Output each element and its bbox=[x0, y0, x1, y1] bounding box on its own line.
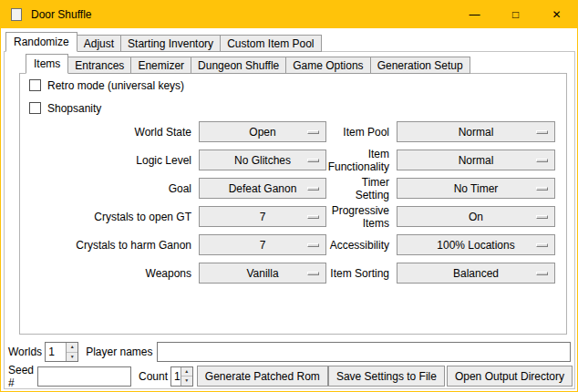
tab-adjust[interactable]: Adjust bbox=[77, 35, 121, 52]
dropdown-indicator-icon bbox=[307, 187, 319, 191]
shopsanity-row: Shopsanity bbox=[29, 101, 101, 115]
weapons-dropdown[interactable]: Vanilla bbox=[199, 263, 326, 284]
item-sorting-value: Balanced bbox=[453, 267, 499, 280]
timer-setting-dropdown[interactable]: No Timer bbox=[397, 178, 555, 199]
worlds-label: Worlds bbox=[8, 346, 42, 358]
dropdown-indicator-icon bbox=[536, 130, 548, 134]
spin-up-icon[interactable]: ▲ bbox=[181, 367, 192, 377]
retro-mode-row: Retro mode (universal keys) bbox=[29, 78, 184, 92]
window: Door Shuffle — □ ✕ Randomize Adjust Star… bbox=[0, 0, 578, 392]
option-row: Crystals to harm Ganon 7 Accessibility 1… bbox=[19, 234, 567, 255]
dropdown-indicator-icon bbox=[307, 272, 319, 275]
option-row: Goal Defeat Ganon Timer Setting No Timer bbox=[19, 178, 567, 199]
tab-generation-setup[interactable]: Generation Setup bbox=[370, 57, 470, 74]
main-tab-bar: Randomize Adjust Starting Inventory Cust… bbox=[5, 32, 322, 52]
logic-level-dropdown[interactable]: No Glitches bbox=[199, 150, 326, 170]
seed-label: Seed # bbox=[8, 364, 34, 389]
window-title: Door Shuffle bbox=[31, 8, 454, 21]
crystals-ganon-dropdown[interactable]: 7 bbox=[199, 234, 326, 255]
app-icon-glyph bbox=[11, 8, 22, 21]
progressive-items-value: On bbox=[469, 211, 483, 223]
spinner-buttons: ▲ ▼ bbox=[66, 343, 77, 361]
accessibility-value: 100% Locations bbox=[437, 239, 514, 252]
progressive-items-dropdown[interactable]: On bbox=[397, 206, 555, 227]
worlds-row: Worlds 1 ▲ ▼ Player names bbox=[8, 342, 571, 362]
app-icon bbox=[9, 7, 24, 22]
spin-up-icon[interactable]: ▲ bbox=[67, 343, 77, 353]
world-state-value: Open bbox=[249, 126, 275, 139]
dropdown-indicator-icon bbox=[307, 130, 319, 134]
weapons-value: Vanilla bbox=[246, 267, 278, 280]
retro-mode-checkbox[interactable] bbox=[29, 79, 41, 91]
timer-setting-value: No Timer bbox=[454, 182, 499, 195]
retro-mode-label: Retro mode (universal keys) bbox=[47, 79, 184, 92]
crystals-ganon-label: Crystals to harm Ganon bbox=[19, 239, 199, 252]
tab-dungeon-shuffle[interactable]: Dungeon Shuffle bbox=[191, 57, 286, 74]
logic-level-value: No Glitches bbox=[234, 154, 291, 167]
minimize-button[interactable]: — bbox=[454, 1, 495, 28]
world-state-dropdown[interactable]: Open bbox=[199, 121, 326, 142]
generate-patched-rom-button[interactable]: Generate Patched Rom bbox=[197, 366, 328, 387]
titlebar: Door Shuffle — □ ✕ bbox=[1, 1, 577, 28]
item-functionality-label: Item Functionality bbox=[326, 148, 397, 173]
tab-starting-inventory[interactable]: Starting Inventory bbox=[120, 35, 221, 52]
shopsanity-checkbox[interactable] bbox=[29, 102, 41, 114]
count-spinner[interactable]: 1 ▲ ▼ bbox=[170, 366, 193, 387]
dropdown-indicator-icon bbox=[536, 243, 548, 247]
timer-setting-label: Timer Setting bbox=[326, 176, 397, 201]
tab-entrances[interactable]: Entrances bbox=[67, 57, 131, 74]
option-row: Logic Level No Glitches Item Functionali… bbox=[19, 150, 567, 170]
seed-input[interactable] bbox=[37, 366, 131, 387]
item-pool-label: Item Pool bbox=[326, 126, 397, 139]
player-names-label: Player names bbox=[86, 346, 152, 358]
spin-down-icon[interactable]: ▼ bbox=[181, 377, 192, 386]
item-sorting-dropdown[interactable]: Balanced bbox=[397, 263, 555, 284]
settings-tab-bar: Items Entrances Enemizer Dungeon Shuffle… bbox=[26, 54, 470, 74]
dropdown-indicator-icon bbox=[536, 187, 548, 191]
worlds-spinner[interactable]: 1 ▲ ▼ bbox=[45, 342, 78, 362]
close-button[interactable]: ✕ bbox=[536, 1, 577, 28]
accessibility-label: Accessibility bbox=[326, 239, 397, 252]
weapons-label: Weapons bbox=[19, 267, 199, 280]
crystals-gt-dropdown[interactable]: 7 bbox=[199, 206, 326, 227]
tab-game-options[interactable]: Game Options bbox=[285, 57, 370, 74]
dropdown-indicator-icon bbox=[536, 215, 548, 219]
spin-down-icon[interactable]: ▼ bbox=[67, 353, 77, 362]
goal-value: Defeat Ganon bbox=[229, 182, 297, 195]
option-row: Crystals to open GT 7 Progressive Items … bbox=[19, 206, 567, 227]
world-state-label: World State bbox=[19, 126, 199, 139]
item-pool-dropdown[interactable]: Normal bbox=[397, 121, 555, 142]
dropdown-indicator-icon bbox=[307, 243, 319, 247]
dropdown-indicator-icon bbox=[536, 159, 548, 162]
maximize-button[interactable]: □ bbox=[495, 1, 536, 28]
item-functionality-value: Normal bbox=[459, 154, 494, 167]
shopsanity-label: Shopsanity bbox=[47, 102, 101, 115]
goal-dropdown[interactable]: Defeat Ganon bbox=[199, 178, 326, 199]
save-settings-button[interactable]: Save Settings to File bbox=[328, 366, 445, 387]
open-output-directory-button[interactable]: Open Output Directory bbox=[447, 366, 573, 387]
tab-custom-item-pool[interactable]: Custom Item Pool bbox=[220, 35, 321, 52]
generation-row: Seed # Count 1 ▲ ▼ Generate Patched Rom … bbox=[8, 366, 573, 387]
tab-items[interactable]: Items bbox=[26, 54, 68, 74]
dropdown-indicator-icon bbox=[536, 272, 548, 275]
option-row: World State Open Item Pool Normal bbox=[19, 121, 567, 142]
worlds-value: 1 bbox=[46, 343, 66, 361]
progressive-items-label: Progressive Items bbox=[326, 204, 397, 230]
player-names-input[interactable] bbox=[157, 342, 572, 362]
accessibility-dropdown[interactable]: 100% Locations bbox=[397, 234, 555, 255]
tab-enemizer[interactable]: Enemizer bbox=[130, 57, 191, 74]
logic-level-label: Logic Level bbox=[19, 154, 199, 167]
dropdown-indicator-icon bbox=[307, 159, 319, 162]
item-sorting-label: Item Sorting bbox=[326, 267, 397, 280]
spinner-buttons: ▲ ▼ bbox=[181, 367, 192, 386]
dropdown-indicator-icon bbox=[307, 215, 319, 219]
crystals-gt-value: 7 bbox=[260, 211, 266, 223]
tab-randomize[interactable]: Randomize bbox=[5, 32, 77, 52]
crystals-ganon-value: 7 bbox=[260, 239, 266, 252]
item-functionality-dropdown[interactable]: Normal bbox=[397, 150, 555, 170]
count-label: Count bbox=[139, 370, 168, 383]
count-value: 1 bbox=[171, 367, 181, 386]
item-pool-value: Normal bbox=[459, 126, 494, 139]
goal-label: Goal bbox=[19, 182, 199, 195]
crystals-gt-label: Crystals to open GT bbox=[19, 211, 199, 223]
